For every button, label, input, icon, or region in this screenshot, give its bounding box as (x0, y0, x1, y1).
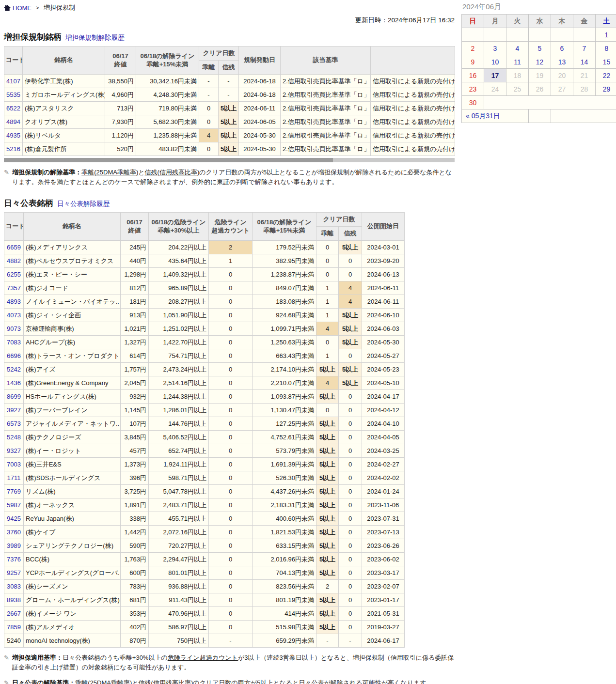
shinzan-link[interactable]: 信残(信用残高比率) (145, 169, 200, 176)
table-cell: 1,051.90円以上 (149, 309, 209, 322)
calendar-day-link[interactable]: 16 (469, 72, 477, 79)
table-cell: 1,763円 (121, 553, 149, 566)
stock-code-link[interactable]: 6255 (7, 271, 21, 278)
table-cell: 信用取引による新規の売付け (371, 75, 455, 88)
stock-code-link[interactable]: 7357 (7, 284, 21, 292)
stock-code-link[interactable]: 7376 (7, 556, 21, 563)
table-cell: 2,210.07円未満 (253, 376, 316, 390)
section2-history-link[interactable]: 日々公表解除履歴 (57, 200, 110, 208)
calendar-day-link[interactable]: 13 (558, 58, 566, 66)
table-cell: 0 (199, 115, 219, 129)
stock-code-link[interactable]: 3927 (7, 406, 21, 414)
stock-code-link[interactable]: 6659 (7, 244, 21, 251)
stock-code-link[interactable]: 8699 (7, 393, 21, 400)
table-cell: 2023-11-06 (362, 498, 405, 512)
calendar-day-link[interactable]: 6 (560, 45, 564, 52)
calendar-prev-month-link[interactable]: « 05月31日 (466, 112, 500, 120)
table-cell: 204.22円以上 (149, 241, 209, 254)
breadcrumb-home-link[interactable]: HOME (13, 4, 32, 12)
calendar-day-link[interactable]: 9 (471, 58, 475, 66)
table-cell: 663.43円未満 (253, 349, 316, 363)
stock-code-link[interactable]: 5242 (7, 366, 21, 373)
table-cell: 0 (339, 526, 362, 539)
stock-code-link[interactable]: 3989 (7, 542, 21, 549)
calendar-day-link[interactable]: 1 (605, 31, 609, 39)
stock-code-cell: 6255 (4, 268, 24, 281)
kairi-link[interactable]: 乖離(25DMA乖離率) (81, 169, 138, 176)
stock-code-link[interactable]: 3083 (7, 583, 21, 590)
stock-code-link[interactable]: 9327 (7, 447, 21, 454)
stock-code-link[interactable]: 6573 (7, 420, 21, 427)
table-row: 5987(株)オーネックス1,891円2,483.71円以上02,183.31円… (4, 498, 405, 512)
calendar-day-link[interactable]: 3 (493, 45, 497, 52)
calendar-day-link[interactable]: 12 (536, 58, 544, 66)
stock-code-link[interactable]: 9257 (7, 569, 21, 576)
calendar-day-link[interactable]: 30 (469, 99, 477, 107)
calendar-day-link[interactable]: 2 (471, 45, 475, 52)
table-cell: - (316, 634, 339, 648)
calendar-day-link[interactable]: 23 (469, 85, 477, 93)
table-cell: (株)シーズメン (24, 580, 121, 593)
stock-code-cell: 8699 (4, 390, 24, 404)
col-header-danger-count: 危険ライン超過カウント (209, 213, 253, 241)
calendar-day-link[interactable]: 11 (514, 58, 521, 66)
calendar-day-link[interactable]: 29 (603, 85, 611, 93)
stock-code-link[interactable]: 9425 (7, 515, 21, 522)
table-cell: 0 (209, 512, 253, 526)
calendar-week-row: « 05月31日 (462, 109, 616, 123)
table-cell: 823.56円未満 (253, 580, 316, 593)
stock-code-link[interactable]: 2667 (7, 610, 21, 617)
calendar-day-link[interactable]: 8 (605, 45, 609, 52)
calendar-day-link[interactable]: 10 (491, 58, 499, 66)
table-row: 6255(株)エヌ・ピー・シー1,298円1,409.32円以上01,238.8… (4, 268, 405, 281)
stock-code-link[interactable]: 5216 (6, 145, 20, 153)
stock-code-link[interactable]: 3760 (7, 529, 21, 536)
calendar-week-row: 2345678 (462, 42, 616, 55)
kairi-link[interactable]: 乖離(25DMA乖離率) (75, 679, 132, 684)
stock-code-link[interactable]: 4073 (7, 311, 21, 319)
table-cell: 1 (316, 349, 339, 363)
stock-code-cell: 6573 (4, 417, 24, 431)
table-cell: 245円 (121, 241, 149, 254)
calendar-day-link[interactable]: 4 (516, 45, 520, 52)
calendar-day-link[interactable]: 14 (581, 58, 588, 66)
calendar-day-link[interactable]: 5 (538, 45, 542, 52)
stock-code-cell: 5987 (4, 498, 24, 512)
stock-code-link[interactable]: 7003 (7, 461, 21, 468)
stock-code-link[interactable]: 7769 (7, 488, 21, 495)
stock-code-link[interactable]: 7083 (7, 339, 21, 346)
stock-code-link[interactable]: 5535 (6, 91, 20, 98)
stock-code-link[interactable]: 1436 (7, 379, 21, 387)
shinzan-link[interactable]: 信残(信用残高比率) (139, 679, 193, 684)
calendar-day-link[interactable]: 7 (583, 45, 586, 52)
stock-code-link[interactable]: 4935 (6, 132, 20, 139)
table-cell: 1,145円 (121, 404, 149, 417)
table-cell: 681円 (121, 593, 149, 607)
stock-code-link[interactable]: 4882 (7, 257, 21, 264)
stock-code-link[interactable]: 4107 (6, 78, 20, 85)
stock-code-link[interactable]: 9073 (7, 325, 21, 332)
stock-code-link[interactable]: 1711 (7, 474, 21, 482)
stock-code-link[interactable]: 6696 (7, 352, 21, 359)
calendar-day-link[interactable]: 15 (603, 58, 611, 66)
stock-code-link[interactable]: 5248 (7, 434, 21, 441)
calendar-day-cell: 22 (596, 69, 616, 82)
stock-code-link[interactable]: 4893 (7, 298, 21, 305)
stock-code-link[interactable]: 8938 (7, 596, 21, 604)
stock-code-link[interactable]: 5987 (7, 501, 21, 509)
scrollbar-thumb[interactable] (4, 158, 333, 162)
table-cell: 614円 (121, 349, 149, 363)
stock-code-link[interactable]: 7859 (7, 623, 21, 631)
stock-code-cell: 3989 (4, 539, 24, 553)
horizontal-scrollbar[interactable] (4, 158, 455, 162)
stock-code-link[interactable]: 4894 (6, 118, 20, 125)
breadcrumb-current: 増担保規制 (44, 3, 75, 12)
calendar-day-cell: 19 (529, 69, 551, 82)
stock-code-link[interactable]: 6522 (6, 105, 20, 112)
danger-count-link[interactable]: 危険ライン超過カウント (168, 654, 238, 661)
section1-history-link[interactable]: 増担保規制解除履歴 (65, 33, 125, 42)
table-cell: 2024-03-25 (362, 444, 405, 458)
stock-code-cell: 6696 (4, 349, 24, 363)
calendar-day-link[interactable]: 22 (603, 72, 611, 79)
table-cell: (株)トラース・オン・プロダクト (24, 349, 121, 363)
